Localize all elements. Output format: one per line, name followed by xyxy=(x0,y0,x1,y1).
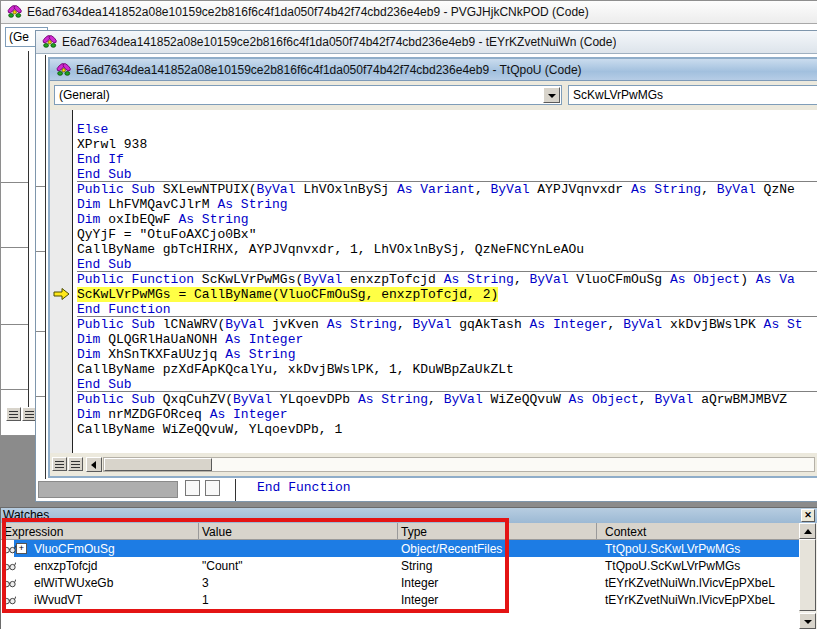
window3-title: E6ad7634dea141852a08e10159ce2b816f6c4f1d… xyxy=(76,63,582,77)
code-line: QyYjF = "OtuFoAXCjo0Bx" xyxy=(77,227,817,242)
code-line: End Sub xyxy=(77,377,817,392)
chevron-left-icon xyxy=(91,461,96,469)
object-dropdown-value: (General) xyxy=(59,88,110,102)
watch-context: tEYrKZvetNuiWn.lVicvEpPXbeL xyxy=(605,593,775,607)
scroll-left-button[interactable] xyxy=(86,457,102,472)
code-line: ScKwLVrPwMGs = CallByName(VluoCFmOuSg, e… xyxy=(77,287,817,302)
window2-margin-divider xyxy=(45,55,46,479)
code-line: Dim nrMZDGFORceq As Integer xyxy=(77,407,817,422)
code-line: End Sub xyxy=(77,257,817,272)
code-line: End Function xyxy=(77,302,817,317)
scroll-up-button[interactable] xyxy=(799,523,816,539)
watches-vertical-scrollbar[interactable] xyxy=(799,523,817,629)
scroll-down-button[interactable] xyxy=(799,613,816,629)
horizontal-scrollbar[interactable] xyxy=(103,457,815,472)
window1-view-button[interactable] xyxy=(6,407,21,421)
annotation-rectangle xyxy=(2,518,509,613)
code-line: End If xyxy=(77,152,817,167)
code-window-ttqpou: E6ad7634dea141852a08e10159ce2b816f6c4f1d… xyxy=(48,57,817,478)
chevron-down-icon xyxy=(548,94,556,98)
window3-titlebar[interactable]: E6ad7634dea141852a08e10159ce2b816f6c4f1d… xyxy=(50,59,817,81)
window2-bottom-strip: End Function xyxy=(37,479,817,501)
window3-view-button[interactable] xyxy=(52,457,67,471)
procedure-separator xyxy=(1,182,28,183)
chevron-down-icon xyxy=(804,620,812,624)
window2-margin-divider xyxy=(235,479,236,501)
object-dropdown-button[interactable] xyxy=(543,87,560,103)
procedure-separator xyxy=(36,396,45,397)
window3-scrollbar-row xyxy=(50,453,817,476)
procedure-dropdown-value: ScKwLVrPwMGs xyxy=(573,88,663,102)
code-line: Dim XhSnTKXFaUUzjq As String xyxy=(77,347,817,362)
window2-title: E6ad7634dea141852a08e10159ce2b816f6c4f1d… xyxy=(62,35,616,49)
breakpoint-margin[interactable] xyxy=(50,110,73,453)
procedure-separator xyxy=(1,324,28,325)
code-line: XPrwl 938 xyxy=(77,137,817,152)
procedure-separator xyxy=(36,186,45,187)
watch-context: TtQpoU.ScKwLVrPwMGs xyxy=(605,559,740,573)
object-dropdown[interactable]: (General) xyxy=(54,85,562,105)
vertical-scrollbar-thumb[interactable] xyxy=(799,539,816,611)
code-line: Public Sub QxqCuhZV(ByVal YLqoevDPb As S… xyxy=(77,392,817,407)
vba-window-icon xyxy=(6,4,23,20)
window1-titlebar[interactable]: E6ad7634dea141852a08e10159ce2b816f6c4f1d… xyxy=(1,1,817,24)
code-line: CallByName pzXdFApKQcalYu, xkDvjBWslPK, … xyxy=(77,362,817,377)
window1-margin-divider xyxy=(28,51,29,407)
chevron-up-icon xyxy=(804,529,812,534)
code-lines: ElseXPrwl 938End IfEnd SubPublic Sub SXL… xyxy=(74,110,817,453)
procedure-separator xyxy=(1,389,28,390)
window3-combo-row: (General) ScKwLVrPwMGs xyxy=(50,81,817,110)
procedure-separator xyxy=(36,251,45,252)
window1-title: E6ad7634dea141852a08e10159ce2b816f6c4f1d… xyxy=(27,5,589,19)
vba-window-icon xyxy=(41,34,58,50)
procedure-separator xyxy=(36,331,45,332)
code-line: CallByName WiZeQQvuW, YLqoevDPb, 1 xyxy=(77,422,817,437)
code-line: Dim oxIbEQwF As String xyxy=(77,212,817,227)
code-line: End Sub xyxy=(77,167,817,182)
horizontal-scrollbar-thumb[interactable] xyxy=(104,458,212,471)
column-context[interactable]: Context xyxy=(605,525,646,539)
procedure-separator xyxy=(1,247,28,248)
window2-titlebar[interactable]: E6ad7634dea141852a08e10159ce2b816f6c4f1d… xyxy=(36,31,817,54)
execution-highlight: ScKwLVrPwMGs = CallByName(VluoCFmOuSg, e… xyxy=(77,287,498,302)
window2-horizontal-scrollbar[interactable] xyxy=(38,481,178,498)
watch-context: TtQpoU.ScKwLVrPwMGs xyxy=(605,542,740,556)
window2-split-box[interactable] xyxy=(185,480,200,496)
code-line: Public Sub SXLewNTPUIX(ByVal LhVOxlnBySj… xyxy=(77,182,817,197)
code-line: Else xyxy=(77,122,817,137)
close-icon: ✕ xyxy=(804,510,812,520)
column-divider[interactable] xyxy=(596,523,597,540)
window2-code-peek: End Function xyxy=(257,480,351,495)
close-button[interactable]: ✕ xyxy=(801,509,815,522)
watch-context: tEYrKZvetNuiWn.lVicvEpPXbeL xyxy=(605,576,775,590)
vba-window-icon xyxy=(55,62,72,78)
window2-split-box[interactable] xyxy=(205,480,220,496)
code-line: CallByName gbTcHIRHX, AYPJVqnvxdr, 1, Lh… xyxy=(77,242,817,257)
execution-point-arrow-icon xyxy=(53,288,70,300)
window3-view-button[interactable] xyxy=(68,457,83,471)
code-line: Public Sub lCNaWRV(ByVal jvKven As Strin… xyxy=(77,317,817,332)
procedure-dropdown[interactable]: ScKwLVrPwMGs xyxy=(568,85,817,105)
code-line: Dim LhFVMQavCJlrM As String xyxy=(77,197,817,212)
code-line: Public Function ScKwLVrPwMGs(ByVal enxzp… xyxy=(77,272,817,287)
code-editor[interactable]: ElseXPrwl 938End IfEnd SubPublic Sub SXL… xyxy=(50,110,817,453)
code-line: Dim QLQGRlHaUaNONH As Integer xyxy=(77,332,817,347)
